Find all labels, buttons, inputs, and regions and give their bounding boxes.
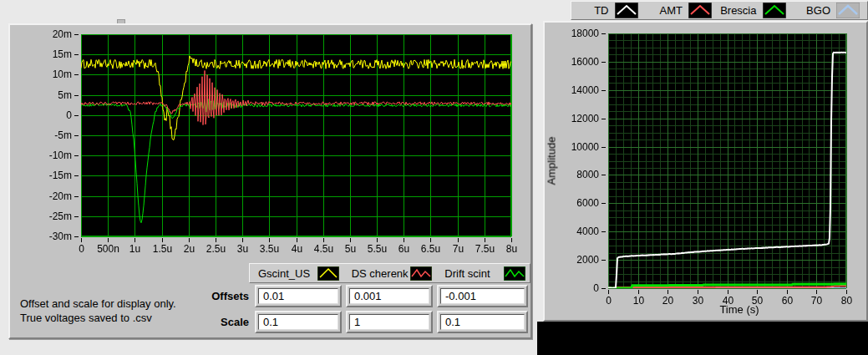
x-axis-title: Time (s) — [673, 303, 806, 316]
legend-item-ds-cherenk[interactable]: DS cherenk — [343, 264, 437, 282]
offset-field-wrap — [437, 285, 528, 307]
note-line-2: True voltages saved to .csv — [20, 311, 176, 325]
amplitude-chart-plot — [545, 23, 866, 320]
scale-input-1[interactable] — [258, 314, 338, 330]
plot-style-icon[interactable] — [317, 266, 339, 281]
note-line-1: Offset and scale for display only. — [20, 297, 176, 311]
y-axis-title: Amplitude — [546, 119, 558, 203]
offsets-label: Offsets — [162, 290, 249, 302]
legend-item-gscint-us[interactable]: Gscint_US — [250, 264, 343, 282]
legend-label: AMT — [660, 4, 683, 17]
scale-label: Scale — [162, 316, 249, 328]
amplitude-chart-panel: Amplitude Time (s) — [543, 21, 868, 322]
waveform-graph-panel: Gscint_US DS cherenk Drift scint Offset … — [8, 23, 532, 339]
offset-input-3[interactable] — [440, 288, 525, 304]
bottom-black-strip — [537, 322, 868, 355]
legend-item-bgo[interactable]: BGO — [794, 2, 868, 19]
waveform-legend: Gscint_US DS cherenk Drift scint — [249, 263, 530, 283]
legend-label: TD — [594, 4, 608, 17]
scale-input-2[interactable] — [349, 314, 429, 330]
labview-front-panel: { "left_panel": { "note_line1": "Offset … — [0, 0, 868, 355]
scale-field-wrap — [437, 311, 528, 333]
waveform-graph-plot — [10, 25, 530, 261]
amplitude-chart-legend: TD AMT Brescia BGO — [571, 1, 868, 20]
legend-item-td[interactable]: TD — [571, 2, 646, 19]
plot-style-icon[interactable] — [615, 3, 638, 18]
offset-field-wrap — [346, 285, 433, 307]
legend-label: Brescia — [720, 4, 756, 17]
plot-style-icon[interactable] — [410, 266, 432, 281]
offset-input-2[interactable] — [349, 288, 429, 304]
legend-item-amt[interactable]: AMT — [646, 2, 720, 19]
plot-style-icon[interactable] — [688, 3, 712, 18]
legend-label: Gscint_US — [258, 267, 310, 280]
scale-field-wrap — [346, 311, 433, 333]
legend-label: BGO — [806, 4, 830, 17]
scale-field-wrap — [255, 311, 342, 333]
offset-input-1[interactable] — [258, 288, 338, 304]
plot-style-icon[interactable] — [763, 3, 786, 18]
plot-style-icon[interactable] — [504, 266, 525, 281]
legend-item-drift-scint[interactable]: Drift scint — [436, 264, 530, 282]
legend-label: Drift scint — [444, 267, 490, 280]
scale-input-3[interactable] — [440, 314, 525, 330]
legend-label: DS cherenk — [352, 267, 409, 280]
note-text: Offset and scale for display only. True … — [20, 297, 176, 325]
plot-style-icon[interactable] — [836, 3, 860, 18]
offset-field-wrap — [255, 285, 342, 307]
legend-item-brescia[interactable]: Brescia — [719, 2, 794, 19]
